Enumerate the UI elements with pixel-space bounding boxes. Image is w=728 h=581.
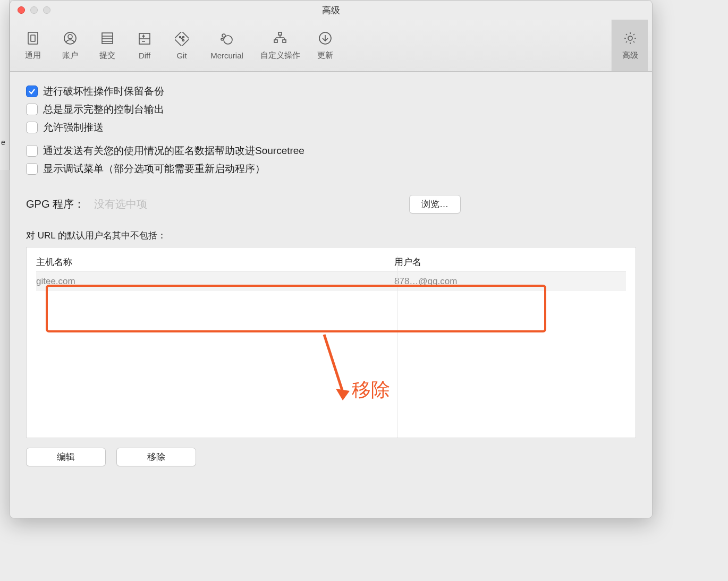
checkbox-keep-backup[interactable] (26, 86, 38, 97)
custom-actions-icon (272, 30, 288, 46)
gear-icon (622, 30, 638, 46)
checkbox-row-anon-data: 通过发送有关您的使用情况的匿名数据帮助改进Sourcetree (26, 144, 636, 158)
tab-git[interactable]: Git (163, 30, 200, 61)
updates-icon (317, 30, 333, 46)
column-divider (397, 256, 398, 438)
url-defaults-label: 对 URL 的默认用户名其中不包括： (26, 229, 636, 242)
checkbox-label: 总是显示完整的控制台输出 (43, 102, 164, 116)
window-title: 高级 (10, 4, 652, 16)
checkbox-label: 通过发送有关您的使用情况的匿名数据帮助改进Sourcetree (43, 144, 304, 158)
commit-icon (99, 30, 115, 46)
gpg-value: 没有选中项 (94, 197, 409, 211)
tab-updates[interactable]: 更新 (307, 30, 344, 61)
checkbox-label: 显示调试菜单（部分选项可能需要重新启动程序） (43, 162, 265, 176)
checkbox-row-force-push: 允许强制推送 (26, 121, 636, 134)
svg-line-18 (182, 37, 183, 39)
cell-user: 878…@qq.com (390, 276, 626, 287)
table-header: 主机名称 用户名 (36, 256, 626, 272)
col-header-user: 用户名 (390, 256, 626, 268)
svg-point-31 (628, 36, 632, 40)
mercurial-icon (219, 31, 235, 47)
svg-rect-22 (278, 32, 282, 35)
checkbox-force-push[interactable] (26, 122, 38, 133)
toolbar: 通用 账户 提交 Diff (10, 20, 652, 72)
checkbox-anon-data[interactable] (26, 145, 38, 157)
background-sidebar-fragment: e (0, 0, 10, 170)
git-icon (174, 31, 190, 47)
tab-diff[interactable]: Diff (126, 30, 163, 61)
gpg-row: GPG 程序： 没有选中项 浏览… (26, 195, 636, 213)
titlebar: 高级 (10, 1, 652, 20)
tab-advanced[interactable]: 高级 (612, 20, 648, 71)
svg-point-21 (221, 38, 223, 40)
svg-rect-4 (102, 33, 113, 44)
checkbox-row-full-console: 总是显示完整的控制台输出 (26, 102, 636, 116)
maximize-button[interactable] (43, 6, 50, 14)
edit-button[interactable]: 编辑 (26, 448, 106, 466)
content-pane: 进行破坏性操作时保留备份 总是显示完整的控制台输出 允许强制推送 通过发送有关您… (10, 72, 652, 518)
accounts-icon (62, 30, 78, 46)
url-defaults-table[interactable]: 主机名称 用户名 gitee.com 878…@qq.com (26, 247, 636, 438)
svg-rect-24 (283, 40, 286, 42)
svg-rect-0 (28, 32, 38, 44)
svg-rect-23 (274, 40, 277, 42)
minimize-button[interactable] (30, 6, 38, 14)
cell-host: gitee.com (36, 276, 390, 287)
checkbox-label: 允许强制推送 (43, 121, 104, 134)
close-button[interactable] (18, 6, 25, 14)
tab-general[interactable]: 通用 (14, 30, 52, 61)
checkbox-row-debug-menu: 显示调试菜单（部分选项可能需要重新启动程序） (26, 162, 636, 176)
tab-mercurial[interactable]: Mercurial (200, 30, 253, 61)
table-row[interactable]: gitee.com 878…@qq.com (36, 272, 626, 291)
checkbox-row-keep-backup: 进行破坏性操作时保留备份 (26, 84, 636, 98)
gpg-label: GPG 程序： (26, 197, 84, 211)
tab-accounts[interactable]: 账户 (52, 30, 89, 61)
preferences-window: 高级 通用 账户 提交 (10, 0, 653, 518)
remove-button[interactable]: 移除 (116, 448, 196, 466)
general-icon (25, 30, 41, 46)
svg-point-3 (68, 35, 72, 39)
table-buttons: 编辑 移除 (26, 448, 636, 466)
diff-icon (137, 31, 153, 47)
tab-commit[interactable]: 提交 (89, 30, 126, 61)
svg-rect-1 (31, 35, 35, 41)
svg-point-20 (222, 34, 225, 37)
checkbox-debug-menu[interactable] (26, 163, 38, 175)
traffic-lights (10, 6, 50, 14)
browse-button[interactable]: 浏览… (409, 195, 461, 213)
col-header-host: 主机名称 (36, 256, 390, 268)
tab-custom-actions[interactable]: 自定义操作 (253, 30, 307, 61)
checkbox-full-console[interactable] (26, 104, 38, 115)
checkbox-label: 进行破坏性操作时保留备份 (43, 84, 164, 98)
